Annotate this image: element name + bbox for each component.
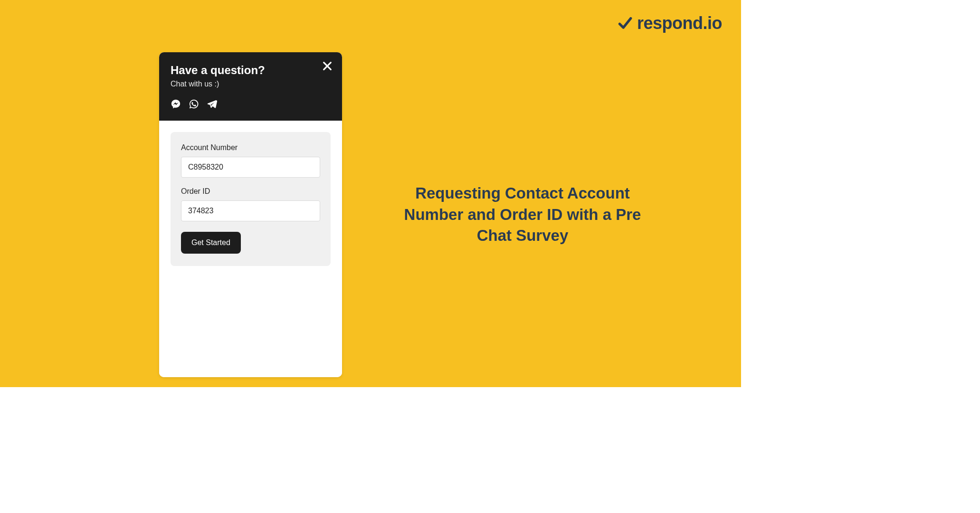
logo-text: respond.io	[637, 13, 722, 33]
pre-chat-form: Account Number Order ID Get Started	[171, 132, 331, 266]
chat-subtitle: Chat with us :)	[171, 80, 331, 88]
account-number-input[interactable]	[181, 157, 320, 178]
chat-header: Have a question? Chat with us :)	[159, 52, 342, 121]
close-icon	[322, 61, 333, 71]
whatsapp-icon[interactable]	[189, 99, 199, 111]
telegram-icon[interactable]	[207, 99, 217, 111]
chat-widget: Have a question? Chat with us :) Account…	[159, 52, 342, 377]
chat-title: Have a question?	[171, 64, 331, 77]
messenger-icon[interactable]	[171, 99, 181, 111]
order-id-input[interactable]	[181, 200, 320, 221]
logo-mark-icon	[615, 17, 633, 29]
order-id-label: Order ID	[181, 187, 320, 196]
channel-icons	[171, 99, 331, 111]
account-number-label: Account Number	[181, 143, 320, 152]
close-button[interactable]	[322, 61, 333, 73]
slide-caption: Requesting Contact Account Number and Or…	[404, 183, 641, 247]
get-started-button[interactable]: Get Started	[181, 232, 241, 254]
chat-body: Account Number Order ID Get Started	[159, 121, 342, 377]
canvas: respond.io Have a question? Chat with us…	[0, 0, 741, 387]
brand-logo: respond.io	[615, 13, 722, 33]
